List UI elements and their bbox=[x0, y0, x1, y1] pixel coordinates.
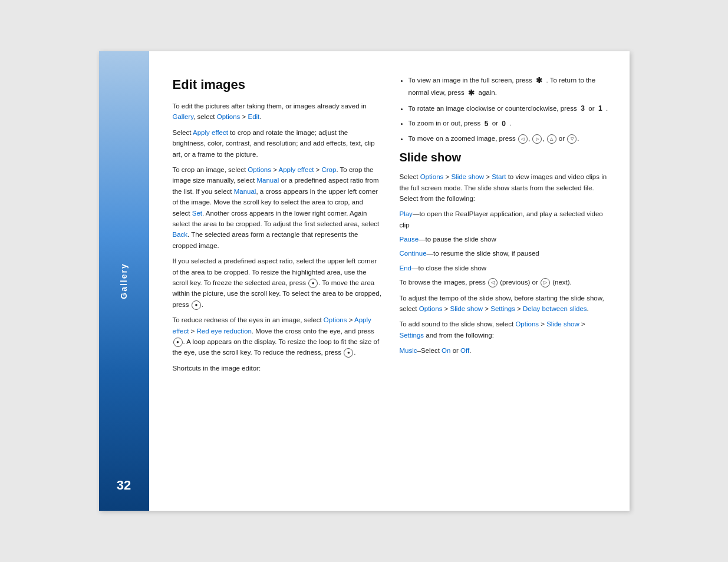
off-link: Off bbox=[460, 347, 469, 354]
end-def: —to close the slide show bbox=[411, 265, 486, 272]
shortcut-item-4: To move on a zoomed image, press ◁, ▷, △… bbox=[409, 133, 609, 144]
key-3: 3 bbox=[581, 103, 585, 114]
options-link1: Options bbox=[217, 113, 241, 120]
sidebar-label: Gallery bbox=[119, 263, 129, 299]
nav-icon-2: ▷ bbox=[532, 134, 542, 144]
scroll-key-icon3: ● bbox=[173, 338, 183, 347]
play-term-line: Play—to open the RealPlayer application,… bbox=[400, 209, 609, 230]
nav-icon-1: ◁ bbox=[518, 134, 528, 144]
nav-icon-3: △ bbox=[547, 134, 556, 144]
shortcuts-label: Shortcuts in the image editor: bbox=[173, 363, 382, 373]
options-link2: Options bbox=[248, 166, 271, 173]
gallery-link1: Gallery bbox=[173, 113, 194, 120]
slide-options-link: Options bbox=[420, 173, 444, 180]
sound-settings-link: Settings bbox=[400, 332, 424, 339]
shortcut-item-2: To rotate an image clockwise or counterc… bbox=[409, 103, 609, 115]
browse-para: To browse the images, press ◁ (previous)… bbox=[400, 277, 609, 287]
delay-link: Delay between slides bbox=[523, 305, 587, 312]
para4: If you selected a predefined aspect rati… bbox=[173, 256, 382, 310]
music-term-line: Music–Select On or Off. bbox=[400, 345, 609, 356]
left-column: Edit images To edit the pictures after t… bbox=[173, 75, 382, 490]
slide-show-heading: Slide show bbox=[400, 148, 609, 167]
scroll-key-icon1: ● bbox=[308, 279, 318, 288]
shortcut-item-3: To zoom in or out, press 5 or 0 . bbox=[409, 118, 609, 130]
sidebar: Gallery 32 bbox=[99, 51, 149, 511]
sound-para: To add sound to the slide show, select O… bbox=[400, 319, 609, 340]
set-link: Set bbox=[192, 210, 202, 217]
tempo-options-link: Options bbox=[419, 305, 443, 312]
options-link3: Options bbox=[324, 316, 347, 323]
para5: To reduce redness of the eyes in an imag… bbox=[173, 315, 382, 358]
red-eye-link: Red eye reduction bbox=[197, 328, 252, 335]
continue-def: —to resume the slide show, if paused bbox=[427, 250, 539, 257]
page-container: Gallery 32 Edit images To edit the pictu… bbox=[99, 51, 630, 511]
end-term: End bbox=[400, 265, 411, 272]
key-0: 0 bbox=[502, 118, 506, 130]
prev-icon: ◁ bbox=[488, 278, 498, 287]
sound-options-link: Options bbox=[515, 320, 539, 328]
pause-term-line: Pause—to pause the slide show bbox=[400, 234, 609, 244]
pause-def: —to pause the slide show bbox=[419, 236, 496, 243]
page-number: 32 bbox=[117, 478, 131, 493]
music-term: Music bbox=[400, 347, 417, 354]
edit-link1: Edit bbox=[248, 113, 259, 120]
slide-para1: Select Options > Slide show > Start to v… bbox=[400, 171, 609, 204]
play-term: Play bbox=[400, 210, 413, 217]
right-column: To view an image in the full screen, pre… bbox=[400, 75, 609, 490]
crop-link: Crop bbox=[321, 166, 336, 173]
nav-icon-4: ▽ bbox=[567, 134, 577, 144]
back-link: Back bbox=[173, 231, 188, 238]
apply-effect-link1: Apply effect bbox=[193, 129, 228, 136]
tempo-para: To adjust the tempo of the slide show, b… bbox=[400, 293, 609, 315]
tempo-settings-link: Settings bbox=[490, 305, 515, 312]
end-term-line: End—to close the slide show bbox=[400, 263, 609, 273]
main-content: Edit images To edit the pictures after t… bbox=[149, 51, 630, 511]
on-link: On bbox=[442, 347, 450, 354]
play-def: —to open the RealPlayer application, and… bbox=[400, 210, 603, 228]
continue-term-line: Continue—to resume the slide show, if pa… bbox=[400, 248, 609, 259]
key-1: 1 bbox=[598, 103, 602, 114]
sound-slide-link: Slide show bbox=[546, 320, 579, 328]
key-5: 5 bbox=[485, 118, 489, 130]
apply-effect-link2: Apply effect bbox=[278, 166, 314, 173]
manual-link1: Manual bbox=[256, 177, 279, 184]
para2: Select Apply effect to crop and rotate t… bbox=[173, 127, 382, 160]
slide-show-link1: Slide show bbox=[451, 173, 484, 180]
scroll-key-icon2: ● bbox=[192, 300, 201, 310]
para3: To crop an image, select Options > Apply… bbox=[173, 164, 382, 251]
shortcut-item-1: To view an image in the full screen, pre… bbox=[409, 75, 609, 100]
tempo-slide-link: Slide show bbox=[450, 305, 483, 312]
pause-term: Pause bbox=[400, 236, 419, 243]
scroll-key-icon4: ● bbox=[344, 348, 353, 358]
slide-start-link: Start bbox=[492, 173, 506, 180]
para1: To edit the pictures after taking them, … bbox=[173, 101, 382, 123]
continue-term: Continue bbox=[400, 250, 427, 257]
edit-images-heading: Edit images bbox=[173, 75, 382, 95]
shortcuts-list: To view an image in the full screen, pre… bbox=[409, 75, 609, 144]
next-icon: ▷ bbox=[541, 278, 550, 287]
manual-link2: Manual bbox=[234, 188, 256, 195]
